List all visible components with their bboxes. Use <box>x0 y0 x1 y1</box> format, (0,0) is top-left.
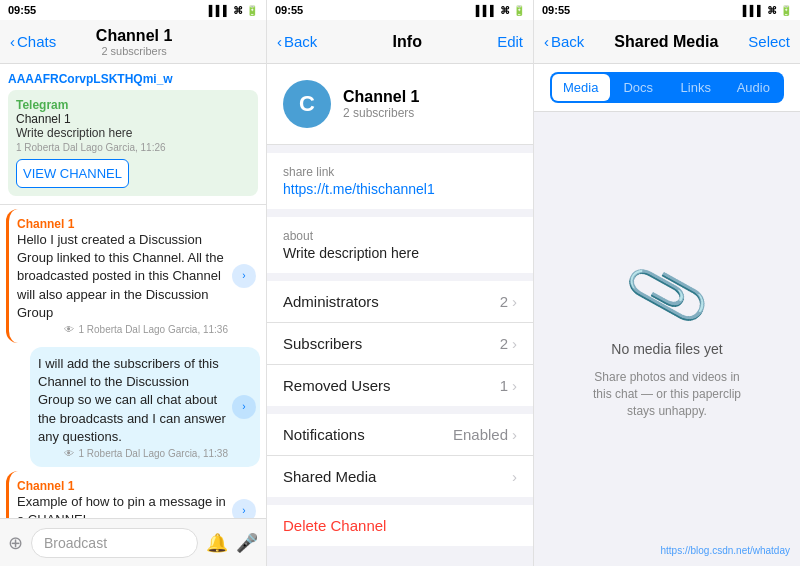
admins-chevron: › <box>512 293 517 310</box>
msg3-text: Example of how to pin a message in a CHA… <box>17 493 228 518</box>
admins-label: Administrators <box>283 293 379 310</box>
channel-info-sub: 2 subscribers <box>343 106 419 120</box>
status-icons-middle: ▌▌▌ ⌘ 🔋 <box>476 5 525 16</box>
view-channel-button[interactable]: VIEW CHANNEL <box>16 159 129 188</box>
nav-bar-left: ‹ Chats Channel 1 2 subscribers <box>0 20 266 64</box>
signal-icon: ▌▌▌ <box>209 5 230 16</box>
share-link-row: share link https://t.me/thischannel1 <box>267 153 533 209</box>
removed-users-count: 1 <box>500 377 508 394</box>
channel-subtitle: 2 subscribers <box>56 45 212 57</box>
info-content: C Channel 1 2 subscribers share link htt… <box>267 64 533 566</box>
chevron-left-icon: ‹ <box>10 33 15 50</box>
bell-icon[interactable]: 🔔 <box>206 532 228 554</box>
about-label: about <box>283 229 517 243</box>
share-link-section: share link https://t.me/thischannel1 <box>267 153 533 209</box>
removed-users-right: 1 › <box>500 377 517 394</box>
admins-right: 2 › <box>500 293 517 310</box>
removed-users-row[interactable]: Removed Users 1 › <box>267 365 533 406</box>
info-title: Info <box>317 33 497 51</box>
admins-count: 2 <box>500 293 508 310</box>
subscribers-label: Subscribers <box>283 335 362 352</box>
tab-links[interactable]: Links <box>667 74 725 101</box>
about-row: about Write description here <box>267 217 533 273</box>
time-right: 09:55 <box>542 4 570 16</box>
broadcast-input[interactable]: Broadcast <box>31 528 198 558</box>
chat-messages[interactable]: AAAAFRCorvpLSKTHQmi_w Telegram Channel 1… <box>0 64 266 518</box>
no-media-title: No media files yet <box>611 341 722 357</box>
msg3-arrow-btn[interactable]: › <box>232 499 256 518</box>
msg3-sender: Channel 1 <box>17 479 228 493</box>
notifications-label: Notifications <box>283 426 365 443</box>
msg1-meta: 👁1 Roberta Dal Lago Garcia, 11:36 <box>17 324 228 335</box>
attach-icon[interactable]: ⊕ <box>8 532 23 554</box>
time-middle: 09:55 <box>275 4 303 16</box>
status-bar-left: 09:55 ▌▌▌ ⌘ 🔋 <box>0 0 266 20</box>
status-icons-left: ▌▌▌ ⌘ 🔋 <box>209 5 258 16</box>
mic-icon[interactable]: 🎤 <box>236 532 258 554</box>
edit-button[interactable]: Edit <box>497 33 523 50</box>
notifications-value: Enabled <box>453 426 508 443</box>
signal-icon-mid: ▌▌▌ <box>476 5 497 16</box>
battery-icon-right: 🔋 <box>780 5 792 16</box>
wifi-icon-mid: ⌘ <box>500 5 510 16</box>
msg1-arrow-btn[interactable]: › <box>232 264 256 288</box>
removed-users-label: Removed Users <box>283 377 391 394</box>
msg2-arrow-btn[interactable]: › <box>232 395 256 419</box>
share-link-value[interactable]: https://t.me/thischannel1 <box>283 181 517 197</box>
shared-media-chevron: › <box>512 468 517 485</box>
right-panel: 09:55 ▌▌▌ ⌘ 🔋 ‹ Back Shared Media Select… <box>534 0 800 566</box>
back-button-right[interactable]: ‹ Back <box>544 33 584 50</box>
watermark: https://blog.csdn.net/whatday <box>660 545 790 556</box>
notifications-chevron: › <box>512 426 517 443</box>
subscribers-count: 2 <box>500 335 508 352</box>
input-bar: ⊕ Broadcast 🔔 🎤 <box>0 518 266 566</box>
msg1-text: Hello I just created a Discussion Group … <box>17 231 228 322</box>
back-button-middle[interactable]: ‹ Back <box>277 33 317 50</box>
notifications-row[interactable]: Notifications Enabled › <box>267 414 533 456</box>
avatar-letter: C <box>299 91 315 117</box>
status-icons-right: ▌▌▌ ⌘ 🔋 <box>743 5 792 16</box>
back-label-mid: Back <box>284 33 317 50</box>
shared-media-right: › <box>512 468 517 485</box>
time-left: 09:55 <box>8 4 36 16</box>
shared-media-row[interactable]: Shared Media › <box>267 456 533 497</box>
msg1-sender: Channel 1 <box>17 217 228 231</box>
delete-channel-button[interactable]: Delete Channel <box>267 505 533 546</box>
notifications-section: Notifications Enabled › Shared Media › <box>267 414 533 497</box>
preview-text: Write description here <box>16 126 250 140</box>
media-tab-container: Media Docs Links Audio <box>534 64 800 112</box>
back-chats-button[interactable]: ‹ Chats <box>10 33 56 50</box>
nav-bar-middle: ‹ Back Info Edit <box>267 20 533 64</box>
status-bar-middle: 09:55 ▌▌▌ ⌘ 🔋 <box>267 0 533 20</box>
share-link-label: share link <box>283 165 517 179</box>
middle-panel: 09:55 ▌▌▌ ⌘ 🔋 ‹ Back Info Edit C Channel… <box>267 0 534 566</box>
tab-audio[interactable]: Audio <box>725 74 783 101</box>
preview-channel-name: Telegram <box>16 98 250 112</box>
channel-info-header: C Channel 1 2 subscribers <box>267 64 533 145</box>
message-3: Channel 1 Example of how to pin a messag… <box>0 471 260 518</box>
wifi-icon: ⌘ <box>233 5 243 16</box>
battery-icon-mid: 🔋 <box>513 5 525 16</box>
about-value: Write description here <box>283 245 517 261</box>
wifi-icon-right: ⌘ <box>767 5 777 16</box>
message-1: Channel 1 Hello I just created a Discuss… <box>0 209 260 343</box>
select-button[interactable]: Select <box>748 33 790 50</box>
chevron-left-icon-right: ‹ <box>544 33 549 50</box>
tab-media[interactable]: Media <box>552 74 610 101</box>
removed-users-chevron: › <box>512 377 517 394</box>
no-media-subtitle: Share photos and videos in this chat — o… <box>587 369 747 419</box>
tab-docs[interactable]: Docs <box>610 74 668 101</box>
shared-media-label: Shared Media <box>283 468 376 485</box>
admins-row[interactable]: Administrators 2 › <box>267 281 533 323</box>
paperclip-icon: 📎 <box>620 248 715 340</box>
subscribers-row[interactable]: Subscribers 2 › <box>267 323 533 365</box>
left-panel: 09:55 ▌▌▌ ⌘ 🔋 ‹ Chats Channel 1 2 subscr… <box>0 0 267 566</box>
chevron-left-icon-mid: ‹ <box>277 33 282 50</box>
channel-title: Channel 1 <box>96 27 172 44</box>
channel-info-name: Channel 1 <box>343 88 419 106</box>
preview-meta: 1 Roberta Dal Lago Garcia, 11:26 <box>16 142 250 153</box>
back-label: Chats <box>17 33 56 50</box>
status-bar-right: 09:55 ▌▌▌ ⌘ 🔋 <box>534 0 800 20</box>
subscribers-chevron: › <box>512 335 517 352</box>
signal-icon-right: ▌▌▌ <box>743 5 764 16</box>
